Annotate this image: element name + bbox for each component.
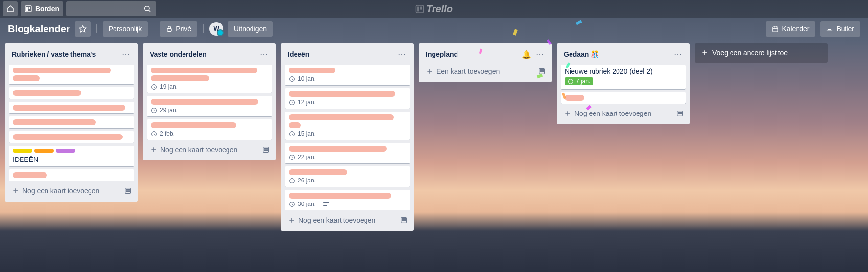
star-button[interactable] [75,21,91,37]
card-template-button[interactable] [259,143,272,156]
home-button[interactable] [3,1,18,16]
team-label: Persoonlijk [109,25,142,33]
boards-button[interactable]: Borden [21,1,63,16]
card[interactable] [561,92,686,104]
card[interactable]: 30 jan. [285,190,410,210]
card-template-button[interactable] [121,184,134,197]
list-title[interactable]: Vaste onderdelen [150,50,257,58]
boards-icon [24,5,32,13]
card-due-date: 10 jan. [298,75,316,82]
add-card-button[interactable]: Nog een kaart toevoegen [285,213,378,227]
add-card-button[interactable]: Nog een kaart toevoegen [9,184,102,198]
clock-icon [289,131,295,137]
svg-rect-6 [417,6,419,11]
list-title[interactable]: Gedaan 🎊 [564,50,671,58]
list-title[interactable]: Ideeën [288,50,395,58]
card[interactable]: Nieuwe rubriek 2020 (deel 2)7 jan. [561,65,686,89]
board-title[interactable]: Blogkalender [8,23,70,35]
list-menu-button[interactable]: ⋯ [257,48,270,61]
card[interactable] [9,169,134,181]
list-menu-button[interactable]: ⋯ [671,48,684,61]
list: Vaste onderdelen⋯19 jan.29 jan.2 feb.Nog… [143,43,276,160]
calendar-icon [772,25,779,33]
list-title[interactable]: Ingepland [426,50,522,58]
card-title: IDEEËN [13,156,130,163]
clock-icon [289,201,295,207]
privacy-button[interactable]: Privé [160,21,197,37]
add-card-label: Nog een kaart toevoegen [23,187,99,195]
calendar-button[interactable]: Kalender [766,21,815,37]
clock-icon [568,78,574,85]
clock-icon [289,178,295,184]
svg-rect-26 [264,148,268,149]
plus-icon [564,110,571,117]
butler-icon [826,25,833,33]
add-card-button[interactable]: Nog een kaart toevoegen [147,143,240,157]
list-menu-button[interactable]: ⋯ [533,48,546,61]
card[interactable] [9,87,134,99]
add-card-button[interactable]: Nog een kaart toevoegen [561,107,654,120]
butler-button[interactable]: Butler [820,21,860,37]
card[interactable]: 26 jan. [285,166,410,187]
calendar-label: Kalender [782,25,809,33]
list: Rubrieken / vaste thema's⋯IDEEËNNog een … [5,43,138,202]
svg-rect-10 [773,27,778,32]
star-icon [79,25,87,33]
add-list-button[interactable]: Voeg een andere lijst toe [695,43,828,63]
card[interactable] [9,102,134,113]
card[interactable]: 19 jan. [147,65,272,93]
card[interactable] [9,116,134,128]
add-card-label: Een kaart toevoegen [436,68,500,75]
search-input[interactable] [66,1,156,16]
card[interactable]: 15 jan. [285,112,410,140]
add-card-label: Nog een kaart toevoegen [574,110,651,117]
svg-rect-51 [678,112,682,113]
svg-line-4 [149,10,150,12]
divider [203,24,204,33]
clock-icon [151,107,157,113]
svg-marker-8 [79,25,86,32]
card[interactable]: 22 jan. [285,143,410,163]
add-list-label: Voeg een andere lijst toe [712,49,788,57]
card-template-button[interactable] [673,107,686,120]
search-icon [143,5,151,13]
card[interactable]: 2 feb. [147,119,272,140]
plus-icon [288,216,296,224]
brand-logo[interactable]: Trello [415,3,453,15]
template-icon [538,68,546,75]
card[interactable] [9,131,134,143]
svg-rect-41 [402,220,406,221]
plus-icon [426,68,434,75]
svg-rect-18 [126,189,130,190]
invite-button[interactable]: Uitnodigen [228,21,273,37]
list: Ingepland🔔⋯Een kaart toevoegen [419,43,552,82]
card[interactable] [9,65,134,84]
boards-label: Borden [35,5,59,13]
card-template-button[interactable] [535,65,548,78]
add-card-button[interactable]: Een kaart toevoegen [423,65,503,78]
card-due-date: 26 jan. [298,177,316,184]
description-icon [323,202,330,206]
card-title: Nieuwe rubriek 2020 (deel 2) [565,68,682,75]
list-title[interactable]: Rubrieken / vaste thema's [12,50,119,58]
card-due-date: 15 jan. [298,130,316,137]
list-menu-button[interactable]: ⋯ [119,48,132,61]
list-menu-button[interactable]: ⋯ [395,48,408,61]
card-due-date: 29 jan. [160,107,178,113]
list: Ideeën⋯10 jan.12 jan.15 jan.22 jan.26 ja… [281,43,414,231]
svg-rect-27 [264,150,268,150]
plus-icon [150,146,158,154]
svg-rect-52 [678,113,682,114]
avatar-initial: W [213,25,219,32]
invite-label: Uitnodigen [234,25,267,33]
card-template-button[interactable] [397,214,410,227]
card[interactable]: 10 jan. [285,65,410,85]
card[interactable]: IDEEËN [9,146,134,166]
card[interactable]: 29 jan. [147,96,272,116]
due-badge: 7 jan. [565,77,593,85]
member-avatar[interactable]: W [209,22,223,36]
add-card-label: Nog een kaart toevoegen [160,146,237,154]
home-icon [6,5,14,13]
card[interactable]: 12 jan. [285,88,410,109]
team-button[interactable]: Persoonlijk [103,21,148,37]
